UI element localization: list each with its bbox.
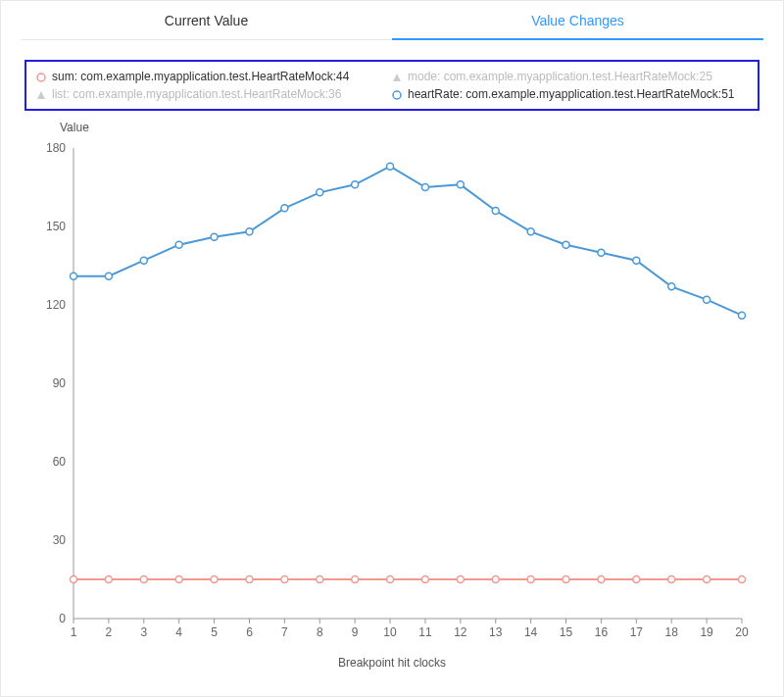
legend-item-mode[interactable]: mode: com.example.myapplication.test.Hea… [392,68,748,85]
svg-point-65 [492,208,499,215]
legend-item-list[interactable]: list: com.example.myapplication.test.Hea… [36,85,392,103]
svg-text:30: 30 [53,533,67,547]
svg-point-54 [105,273,112,279]
tab-value-changes[interactable]: Value Changes [392,1,763,39]
svg-point-67 [563,241,569,248]
svg-text:17: 17 [630,625,644,639]
svg-point-90 [668,576,675,583]
svg-text:4: 4 [175,625,182,639]
svg-point-63 [421,184,428,191]
legend-label: list: com.example.myapplication.test.Hea… [52,87,341,101]
svg-point-57 [211,233,218,240]
legend-label: sum: com.example.myapplication.test.Hear… [52,70,349,83]
line-chart: 0306090120150180123456789101112131415161… [24,138,761,668]
svg-marker-1 [393,74,401,81]
svg-point-83 [421,576,428,583]
svg-text:14: 14 [524,625,538,639]
svg-point-70 [668,283,675,290]
svg-text:3: 3 [140,625,147,639]
svg-point-78 [246,576,253,583]
svg-text:2: 2 [106,625,113,639]
svg-point-75 [140,576,147,583]
svg-text:90: 90 [53,376,67,390]
svg-point-66 [527,228,534,235]
tabs: Current Value Value Changes [21,1,763,40]
svg-point-85 [492,576,499,583]
svg-point-55 [140,257,147,264]
svg-point-86 [527,576,534,583]
svg-text:180: 180 [46,141,66,155]
svg-point-84 [457,576,464,583]
svg-point-0 [37,74,45,81]
svg-point-74 [105,576,112,583]
triangle-icon [392,72,402,81]
svg-point-59 [281,205,288,212]
svg-point-62 [387,163,394,170]
svg-text:60: 60 [53,455,67,469]
svg-text:5: 5 [211,625,218,639]
svg-point-53 [71,273,77,279]
y-axis-title: Value [60,121,89,134]
svg-point-72 [739,312,746,319]
svg-point-71 [704,296,710,303]
legend-box: sum: com.example.myapplication.test.Hear… [24,60,760,111]
svg-text:120: 120 [46,298,66,312]
svg-text:150: 150 [46,220,66,233]
svg-point-88 [598,576,605,583]
svg-text:18: 18 [665,625,679,639]
svg-point-68 [598,249,605,256]
svg-point-77 [211,576,218,583]
legend-item-heartrate[interactable]: heartRate: com.example.myapplication.tes… [392,85,748,103]
svg-point-61 [352,181,359,188]
x-axis-title: Breakpoint hit clocks [24,656,760,670]
svg-text:9: 9 [352,625,359,639]
svg-point-92 [739,576,746,583]
svg-text:16: 16 [595,625,609,639]
circle-open-icon [36,72,46,81]
svg-point-87 [563,576,569,583]
svg-point-58 [246,228,253,235]
svg-marker-2 [37,91,45,99]
svg-text:1: 1 [71,625,77,639]
svg-text:8: 8 [317,625,323,639]
svg-point-60 [317,189,323,196]
svg-text:13: 13 [489,625,503,639]
svg-text:15: 15 [560,625,573,639]
circle-open-icon [392,89,402,99]
triangle-icon [36,89,46,99]
svg-point-89 [633,576,640,583]
legend-label: mode: com.example.myapplication.test.Hea… [408,70,712,83]
svg-text:11: 11 [418,625,432,639]
legend-item-sum[interactable]: sum: com.example.myapplication.test.Hear… [36,68,392,85]
svg-text:6: 6 [246,625,253,639]
svg-text:19: 19 [700,625,713,639]
tab-current-value[interactable]: Current Value [21,1,392,39]
legend-label: heartRate: com.example.myapplication.tes… [408,87,735,101]
svg-text:12: 12 [454,625,467,639]
svg-point-69 [633,257,640,264]
svg-text:7: 7 [281,625,288,639]
svg-point-91 [704,576,710,583]
svg-text:0: 0 [59,612,66,625]
svg-point-73 [71,576,77,583]
svg-text:10: 10 [383,625,397,639]
svg-point-82 [387,576,394,583]
svg-point-56 [175,241,182,248]
chart-area: Value 0306090120150180123456789101112131… [24,121,760,670]
svg-point-76 [175,576,182,583]
svg-point-3 [393,91,401,99]
svg-point-80 [317,576,323,583]
svg-text:20: 20 [735,625,749,639]
svg-point-81 [352,576,359,583]
svg-point-79 [281,576,288,583]
svg-point-64 [457,181,464,188]
